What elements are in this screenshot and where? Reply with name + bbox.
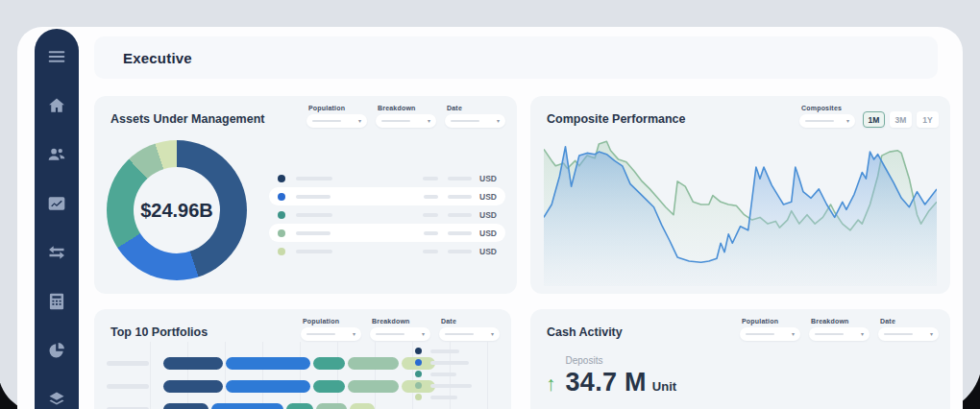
page-header: Executive xyxy=(94,36,938,79)
bar-segment xyxy=(313,380,345,393)
menu-icon[interactable] xyxy=(46,46,67,66)
population-dropdown[interactable]: ▾ xyxy=(301,327,361,341)
arrow-up-icon: ↑ xyxy=(546,373,556,394)
chevron-down-icon: ▾ xyxy=(358,118,361,124)
bar-segment xyxy=(313,357,345,370)
chevron-down-icon: ▾ xyxy=(930,331,933,337)
card-top-10-portfolios: Top 10 Portfolios Population▾Breakdown▾D… xyxy=(94,309,511,409)
breakdown-dropdown[interactable]: ▾ xyxy=(370,327,430,341)
aum-legend-row[interactable]: USD xyxy=(269,224,505,242)
range-button-group: 1M3M1Y xyxy=(863,111,939,128)
top10-legend xyxy=(415,348,503,405)
composites-filter: Composites ▾ xyxy=(799,105,855,128)
legend-value-skeleton xyxy=(448,231,472,235)
portfolio-bar-row[interactable] xyxy=(107,351,415,374)
calculator-icon[interactable] xyxy=(46,291,67,311)
filter-label: Population xyxy=(742,318,800,325)
filter-population: Population▾ xyxy=(306,105,367,128)
card-title: Top 10 Portfolios xyxy=(110,325,208,339)
breakdown-dropdown[interactable]: ▾ xyxy=(809,327,870,341)
dropdown-placeholder xyxy=(746,333,774,335)
card-assets-under-management: Assets Under Management Population▾Break… xyxy=(94,96,517,294)
top10-legend-item[interactable] xyxy=(415,371,503,377)
deposits-stat: ↑ Deposits 34.7 M Unit xyxy=(546,355,676,397)
chevron-down-icon: ▾ xyxy=(861,331,864,337)
aum-legend-row[interactable]: USD xyxy=(269,205,505,224)
aum-donut-chart[interactable]: $24.96B xyxy=(107,140,247,280)
dropdown-placeholder xyxy=(884,333,913,335)
filter-date: Date▾ xyxy=(445,105,505,128)
portfolio-label-skeleton xyxy=(107,384,149,389)
top10-legend-item[interactable] xyxy=(415,382,503,389)
filter-label: Breakdown xyxy=(811,318,870,325)
aum-total-value: $24.96B xyxy=(140,200,213,222)
composite-performance-chart[interactable] xyxy=(544,132,937,286)
filter-label: Date xyxy=(441,318,500,325)
dropdown-placeholder xyxy=(451,120,479,122)
dropdown-placeholder xyxy=(312,120,341,122)
filter-label: Breakdown xyxy=(372,318,430,325)
range-button-3m[interactable]: 3M xyxy=(890,111,912,128)
holdings-layers-icon[interactable] xyxy=(46,389,67,409)
legend-dot xyxy=(278,229,285,237)
bar-segment xyxy=(348,380,399,393)
filter-label: Population xyxy=(303,318,361,325)
legend-label-skeleton xyxy=(296,231,331,235)
legend-label-skeleton xyxy=(430,349,459,353)
bar-segment xyxy=(348,357,399,370)
composites-dropdown[interactable]: ▾ xyxy=(799,114,855,128)
bar-segment xyxy=(163,380,223,393)
legend-label-skeleton xyxy=(296,250,332,253)
filter-label: Breakdown xyxy=(378,105,436,111)
legend-value-skeleton xyxy=(423,250,438,253)
legend-label-skeleton xyxy=(430,373,456,376)
dropdown-placeholder xyxy=(445,333,474,335)
legend-value-skeleton xyxy=(448,213,472,217)
filter-label: Date xyxy=(447,105,505,111)
chevron-down-icon: ▾ xyxy=(422,331,425,337)
range-button-1m[interactable]: 1M xyxy=(863,111,885,128)
top10-filters: Population▾Breakdown▾Date▾ xyxy=(301,318,500,341)
users-icon[interactable] xyxy=(46,144,67,164)
chevron-down-icon: ▾ xyxy=(792,331,795,337)
top10-legend-item[interactable] xyxy=(415,394,503,400)
legend-dot xyxy=(278,175,285,182)
home-icon[interactable] xyxy=(46,95,67,115)
population-dropdown[interactable]: ▾ xyxy=(306,114,367,128)
portfolio-bar-row[interactable] xyxy=(107,374,415,397)
legend-dot xyxy=(278,211,285,219)
date-dropdown[interactable]: ▾ xyxy=(445,114,505,128)
chevron-down-icon: ▾ xyxy=(497,118,500,124)
bar-segment xyxy=(350,403,375,409)
aum-legend: USDUSDUSDUSDUSD xyxy=(269,169,505,260)
legend-value-skeleton xyxy=(423,177,438,180)
top10-legend-item[interactable] xyxy=(415,359,503,366)
card-composite-performance: Composite Performance Composites ▾ 1M3M1… xyxy=(530,96,950,294)
legend-currency: USD xyxy=(479,192,497,202)
page-title: Executive xyxy=(123,50,192,66)
performance-chart-icon[interactable] xyxy=(46,193,67,213)
breakdown-dropdown[interactable]: ▾ xyxy=(376,114,436,128)
aum-legend-row[interactable]: USD xyxy=(269,169,505,187)
filter-label: Date xyxy=(880,318,939,325)
aum-legend-row[interactable]: USD xyxy=(269,242,505,260)
legend-value-skeleton xyxy=(448,250,472,253)
transfers-icon[interactable] xyxy=(46,242,67,262)
date-dropdown[interactable]: ▾ xyxy=(439,327,500,341)
allocation-pie-icon[interactable] xyxy=(46,340,67,360)
bar-segment xyxy=(163,403,208,409)
portfolio-bar-row[interactable] xyxy=(107,397,415,409)
range-button-1y[interactable]: 1Y xyxy=(917,111,939,128)
legend-dot xyxy=(415,371,422,377)
card-cash-activity: Cash Activity Population▾Breakdown▾Date▾… xyxy=(530,309,950,409)
population-dropdown[interactable]: ▾ xyxy=(740,327,800,341)
chevron-down-icon: ▾ xyxy=(428,118,430,124)
legend-label-skeleton xyxy=(296,177,332,180)
chevron-down-icon: ▾ xyxy=(353,331,355,337)
legend-value-skeleton xyxy=(424,231,438,235)
top10-legend-item[interactable] xyxy=(415,348,503,354)
date-dropdown[interactable]: ▾ xyxy=(878,327,939,341)
aum-legend-row[interactable]: USD xyxy=(269,187,505,205)
filter-population: Population▾ xyxy=(301,318,361,341)
bar-segment xyxy=(286,403,313,409)
